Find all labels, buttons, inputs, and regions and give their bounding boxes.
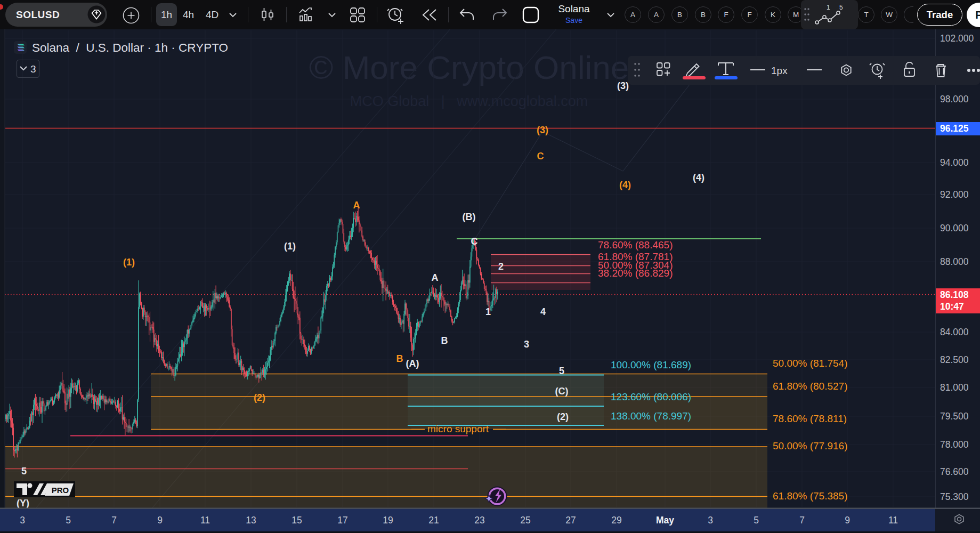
svg-text:(Y): (Y) [17, 498, 29, 508]
svg-text:5: 5 [754, 515, 759, 526]
svg-text:(4): (4) [693, 172, 704, 183]
svg-text:9: 9 [845, 515, 850, 526]
svg-text:78.60% (78.811): 78.60% (78.811) [773, 413, 847, 424]
svg-text:75.300: 75.300 [940, 491, 969, 502]
svg-text:5: 5 [21, 466, 27, 477]
svg-text:78.60% (88.465): 78.60% (88.465) [598, 239, 673, 251]
svg-text:98.000: 98.000 [940, 94, 969, 104]
svg-text:29: 29 [611, 515, 621, 526]
svg-text:138.00% (78.997): 138.00% (78.997) [611, 410, 691, 422]
svg-text:11: 11 [888, 515, 898, 526]
svg-text:(B): (B) [463, 212, 476, 222]
svg-text:B: B [441, 335, 448, 346]
svg-text:1px: 1px [771, 65, 788, 76]
svg-text:11: 11 [200, 515, 210, 526]
svg-text:9: 9 [157, 515, 163, 526]
svg-text:3: 3 [524, 339, 529, 350]
svg-text:3: 3 [708, 515, 713, 526]
svg-text:(1): (1) [123, 257, 135, 268]
svg-text:PRO: PRO [52, 486, 69, 495]
svg-text:50.00% (81.754): 50.00% (81.754) [773, 358, 848, 369]
svg-text:micro support: micro support [427, 423, 489, 434]
svg-text:96.125: 96.125 [940, 123, 969, 134]
svg-text:(3): (3) [537, 125, 548, 135]
svg-text:5: 5 [559, 366, 564, 376]
svg-text:(4): (4) [619, 180, 631, 190]
svg-text:5: 5 [66, 515, 71, 526]
svg-text:© More Crypto Online: © More Crypto Online [309, 49, 629, 86]
svg-text:5: 5 [839, 4, 843, 11]
svg-text:(2): (2) [557, 411, 569, 422]
svg-text:100.00% (81.689): 100.00% (81.689) [611, 359, 691, 370]
svg-text:B: B [396, 353, 403, 364]
svg-text:81.000: 81.000 [940, 382, 969, 393]
svg-text:C: C [471, 236, 478, 247]
svg-text:Solana / U.S. Dollar · 1h ·: Solana / U.S. Dollar · 1h · CRYPTO [32, 41, 228, 54]
svg-text:(A): (A) [406, 358, 419, 369]
svg-text:27: 27 [565, 515, 576, 526]
svg-text:102.000: 102.000 [940, 33, 974, 44]
svg-text:3: 3 [30, 63, 36, 75]
svg-text:78.000: 78.000 [940, 439, 969, 450]
svg-text:50.00% (77.916): 50.00% (77.916) [773, 440, 848, 451]
svg-text:38.20% (86.829): 38.20% (86.829) [598, 268, 673, 279]
svg-text:A: A [432, 272, 439, 283]
svg-text:82.500: 82.500 [940, 354, 969, 365]
svg-text:86.108: 86.108 [940, 289, 969, 300]
svg-text:3: 3 [20, 515, 25, 526]
svg-text:94.000: 94.000 [940, 157, 969, 168]
svg-text:A: A [353, 200, 360, 211]
svg-text:1: 1 [827, 4, 830, 11]
svg-text:88.000: 88.000 [940, 256, 969, 267]
svg-text:10:47: 10:47 [940, 301, 964, 312]
svg-text:13: 13 [246, 515, 256, 526]
svg-text:84.000: 84.000 [940, 327, 969, 337]
svg-text:(C): (C) [555, 386, 569, 397]
svg-text:61.80% (80.527): 61.80% (80.527) [773, 381, 848, 392]
svg-text:(2): (2) [254, 392, 265, 403]
svg-text:79.500: 79.500 [940, 411, 969, 422]
svg-text:May: May [656, 515, 674, 526]
svg-text:90.000: 90.000 [940, 223, 969, 233]
svg-text:17: 17 [337, 515, 347, 526]
svg-text:76.600: 76.600 [940, 466, 969, 477]
svg-text:7: 7 [799, 515, 805, 526]
svg-text:19: 19 [383, 515, 393, 526]
svg-text:23: 23 [474, 515, 484, 526]
svg-text:C: C [537, 151, 544, 161]
svg-text:7: 7 [111, 515, 117, 526]
svg-text:MCO Global | www.mcoglobal: MCO Global | www.mcoglobal.com [350, 93, 588, 109]
svg-text:92.000: 92.000 [940, 189, 969, 200]
svg-text:25: 25 [520, 515, 530, 526]
svg-text:2: 2 [498, 261, 504, 272]
svg-text:21: 21 [428, 515, 439, 526]
svg-text:(1): (1) [284, 241, 296, 252]
svg-text:15: 15 [291, 515, 302, 526]
svg-text:123.60% (80.006): 123.60% (80.006) [611, 391, 691, 402]
svg-text:(3): (3) [617, 80, 629, 91]
svg-text:4: 4 [540, 306, 546, 317]
svg-text:61.80% (75.385): 61.80% (75.385) [773, 490, 848, 502]
svg-text:1: 1 [485, 306, 491, 317]
